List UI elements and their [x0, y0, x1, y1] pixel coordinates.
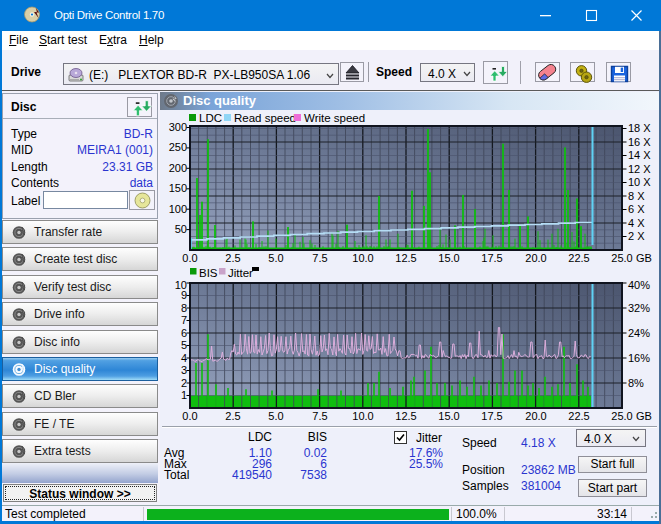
svg-text:10: 10 — [175, 279, 187, 291]
svg-text:5: 5 — [181, 339, 187, 351]
svg-text:2 X: 2 X — [628, 230, 645, 242]
svg-text:250: 250 — [169, 141, 187, 153]
svg-text:14 X: 14 X — [628, 149, 651, 161]
svg-text:200: 200 — [169, 162, 187, 174]
svg-text:12 X: 12 X — [628, 163, 651, 175]
svg-text:100: 100 — [169, 203, 187, 215]
svg-text:20.0: 20.0 — [525, 410, 546, 422]
svg-text:6 X: 6 X — [628, 203, 645, 215]
svg-text:10 X: 10 X — [628, 176, 651, 188]
svg-text:0.0: 0.0 — [182, 410, 197, 422]
svg-text:25.0: 25.0 — [611, 252, 632, 264]
svg-text:Write speed: Write speed — [304, 112, 365, 124]
svg-text:15.0: 15.0 — [438, 410, 459, 422]
svg-text:8: 8 — [181, 302, 187, 314]
svg-text:4: 4 — [181, 352, 187, 364]
svg-text:2.5: 2.5 — [225, 252, 240, 264]
svg-text:LDC: LDC — [199, 112, 222, 124]
svg-text:300: 300 — [169, 121, 187, 133]
svg-text:16%: 16% — [628, 352, 650, 364]
svg-text:2.5: 2.5 — [225, 410, 240, 422]
svg-text:1: 1 — [181, 389, 187, 401]
svg-text:4 X: 4 X — [628, 217, 645, 229]
svg-text:17.5: 17.5 — [481, 410, 502, 422]
svg-text:8%: 8% — [628, 377, 644, 389]
svg-text:10.0: 10.0 — [352, 252, 373, 264]
svg-text:22.5: 22.5 — [568, 410, 589, 422]
svg-text:18 X: 18 X — [628, 122, 651, 134]
svg-text:0.0: 0.0 — [182, 252, 197, 264]
svg-text:5.0: 5.0 — [268, 252, 283, 264]
svg-text:32%: 32% — [628, 302, 650, 314]
svg-text:GB: GB — [636, 410, 652, 422]
svg-text:24%: 24% — [628, 327, 650, 339]
svg-text:10.0: 10.0 — [352, 410, 373, 422]
svg-text:Jitter: Jitter — [228, 267, 253, 279]
svg-text:7.5: 7.5 — [312, 252, 327, 264]
svg-text:20.0: 20.0 — [525, 252, 546, 264]
svg-text:150: 150 — [169, 182, 187, 194]
svg-text:8 X: 8 X — [628, 190, 645, 202]
svg-text:22.5: 22.5 — [568, 252, 589, 264]
svg-text:40%: 40% — [628, 279, 650, 291]
svg-text:12.5: 12.5 — [395, 252, 416, 264]
svg-text:7.5: 7.5 — [312, 410, 327, 422]
svg-text:BIS: BIS — [199, 267, 218, 279]
svg-text:25.0: 25.0 — [611, 410, 632, 422]
svg-text:Read speed: Read speed — [234, 112, 296, 124]
svg-text:GB: GB — [636, 252, 652, 264]
svg-text:2: 2 — [181, 377, 187, 389]
svg-text:50: 50 — [175, 223, 187, 235]
svg-text:3: 3 — [181, 364, 187, 376]
svg-text:16 X: 16 X — [628, 136, 651, 148]
svg-text:7: 7 — [181, 314, 187, 326]
svg-text:17.5: 17.5 — [481, 252, 502, 264]
svg-text:5.0: 5.0 — [268, 410, 283, 422]
svg-text:6: 6 — [181, 327, 187, 339]
svg-text:12.5: 12.5 — [395, 410, 416, 422]
svg-text:15.0: 15.0 — [438, 252, 459, 264]
